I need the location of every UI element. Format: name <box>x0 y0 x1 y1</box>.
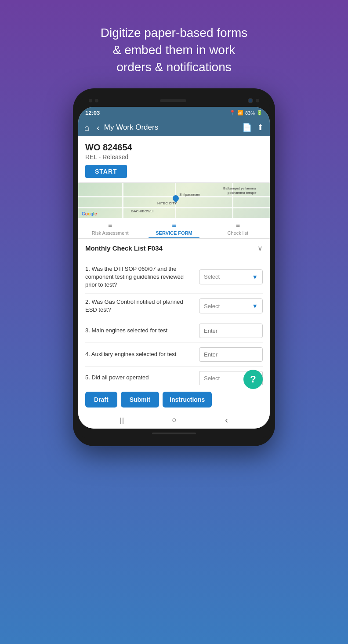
start-button[interactable]: START <box>85 165 127 178</box>
select-dropdown-1[interactable]: Select ▼ <box>199 269 263 284</box>
status-time: 12:03 <box>85 109 100 116</box>
checklist-icon: ≡ <box>236 222 240 229</box>
map-label-balkampet: Balkampet yellamma <box>223 186 256 190</box>
form-row-5: 5. Did all power operated Select <box>85 367 263 387</box>
chevron-down-icon[interactable]: ∨ <box>257 244 263 252</box>
form-area: Monthly Check List F034 ∨ 1. Was the DTI… <box>78 239 270 387</box>
phone-screen: 12:03 📍 📶 83% 🔋 ⌂ ‹ My Work Orders 📄 ⬆ W… <box>78 107 270 429</box>
map-label-hitec: HITEC CITY <box>157 201 177 205</box>
select-5-value: Select <box>204 375 220 382</box>
form-row-4: 4. Auxiliary engines selected for test <box>85 343 263 367</box>
nav-actions: 📄 ⬆ <box>242 123 264 132</box>
wo-number: WO 824654 <box>85 142 263 153</box>
google-logo: Google <box>82 211 97 216</box>
submit-button[interactable]: Submit <box>121 392 159 408</box>
recent-apps-button[interactable]: ||| <box>120 417 123 424</box>
battery-label: 83% <box>245 110 255 116</box>
question-3-text: 3. Main engines selected for test <box>85 327 195 335</box>
select-2-value: Select <box>204 303 220 309</box>
back-button[interactable]: ‹ <box>225 415 228 425</box>
risk-assessment-icon: ≡ <box>108 222 112 229</box>
tab-checklist-label: Check list <box>227 230 248 236</box>
help-fab[interactable]: ? <box>243 370 263 389</box>
map-label-pochamma: pochamma temple <box>228 191 257 195</box>
enter-input-3[interactable] <box>199 324 263 338</box>
tab-service-form[interactable]: ≡ SERVICE FORM <box>142 218 206 238</box>
form-row-3: 3. Main engines selected for test <box>85 319 263 343</box>
service-form-icon: ≡ <box>172 222 176 229</box>
enter-input-4[interactable] <box>199 347 263 362</box>
wifi-icon: 📶 <box>237 110 243 116</box>
tabs-bar: ≡ Risk Assessment ≡ SERVICE FORM ≡ Check… <box>78 218 270 239</box>
tab-active-underline <box>149 237 199 238</box>
form-questions: 1. Was the DTI SOP 060/07 and the compon… <box>85 257 263 387</box>
bottom-action-bar: Draft Submit Instructions ? <box>78 387 270 412</box>
status-icons: 📍 📶 83% 🔋 <box>229 110 263 116</box>
question-5-text: 5. Did all power operated <box>85 374 195 382</box>
question-1-text: 1. Was the DTI SOP 060/07 and the compon… <box>85 265 195 289</box>
question-2-text: 2. Was Gas Control notified of planned E… <box>85 298 195 314</box>
phone-notch <box>78 96 270 107</box>
system-nav: ||| ○ ‹ <box>78 412 270 429</box>
tab-risk-assessment[interactable]: ≡ Risk Assessment <box>78 218 142 238</box>
select-1-value: Select <box>204 273 220 280</box>
back-icon[interactable]: ‹ <box>97 123 100 133</box>
nav-title: My Work Orders <box>104 123 238 132</box>
tab-service-label: SERVICE FORM <box>156 230 192 236</box>
tab-risk-label: Risk Assessment <box>92 230 129 236</box>
home-button[interactable]: ○ <box>172 415 177 425</box>
upload-icon[interactable]: ⬆ <box>257 123 264 132</box>
question-4-text: 4. Auxiliary engines selected for test <box>85 350 195 358</box>
file-icon[interactable]: 📄 <box>242 123 252 132</box>
nav-bar: ⌂ ‹ My Work Orders 📄 ⬆ <box>78 119 270 136</box>
select-dropdown-2[interactable]: Select ▼ <box>199 298 263 313</box>
battery-icon: 🔋 <box>257 110 263 116</box>
phone-bottom <box>78 429 270 438</box>
dropdown-arrow-1: ▼ <box>252 273 258 280</box>
status-bar: 12:03 📍 📶 83% 🔋 <box>78 107 270 119</box>
instructions-button[interactable]: Instructions <box>163 392 212 408</box>
wo-header: WO 824654 REL - Released START <box>78 136 270 183</box>
form-title: Monthly Check List F034 <box>85 244 163 252</box>
map-label-gachibowli: GACHIBOWLI <box>131 209 153 213</box>
form-row-1: 1. Was the DTI SOP 060/07 and the compon… <box>85 261 263 294</box>
location-icon: 📍 <box>229 110 236 116</box>
form-title-row: Monthly Check List F034 ∨ <box>85 244 263 257</box>
phone-frame: 12:03 📍 📶 83% 🔋 ⌂ ‹ My Work Orders 📄 ⬆ W… <box>73 88 275 446</box>
headline: Digitize paper-based forms & embed them … <box>65 24 283 76</box>
tab-checklist[interactable]: ≡ Check list <box>206 218 270 238</box>
dropdown-arrow-2: ▼ <box>252 302 258 309</box>
home-icon[interactable]: ⌂ <box>84 123 90 133</box>
draft-button[interactable]: Draft <box>85 392 117 408</box>
wo-status: REL - Released <box>85 153 263 160</box>
map-label-shilparamam: Shilparamam <box>179 193 200 196</box>
form-row-2: 2. Was Gas Control notified of planned E… <box>85 294 263 319</box>
map-area: Shilparamam HITEC CITY GACHIBOWLI Balkam… <box>78 183 270 218</box>
